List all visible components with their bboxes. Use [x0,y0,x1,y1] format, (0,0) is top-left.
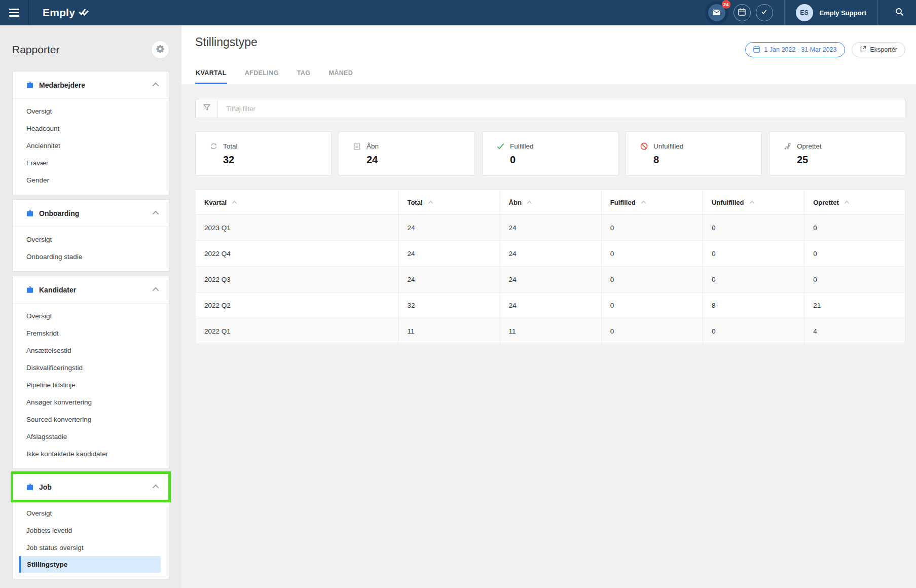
stat-label: Total [223,142,238,150]
tab-maaned[interactable]: MÅNED [328,64,353,84]
tab-afdeling[interactable]: AFDELING [244,64,279,84]
reports-sidebar: Rapporter Medarbejdere Oversigt Headcoun… [0,25,181,588]
logo-doublecheck-icon [79,7,89,19]
column-header-aabn[interactable]: Åbn [500,190,601,215]
stat-label: Fulfilled [510,142,534,150]
document-icon [353,142,361,150]
sidebar-item-oversigt-kandidater[interactable]: Oversigt [13,307,169,324]
app-logo[interactable]: Emply [43,7,89,19]
sidebar-item-ikke-kontaktede-kandidater[interactable]: Ikke kontaktede kandidater [13,445,169,462]
export-button[interactable]: Eksportér [852,42,906,57]
sidebar-item-jobbets-levetid[interactable]: Jobbets levetid [13,522,169,539]
cell-unfulfilled: 0 [703,318,804,344]
section-header-medarbejdere[interactable]: Medarbejdere [13,71,169,99]
sidebar-item-fravaer[interactable]: Fravær [13,154,169,171]
date-range-button[interactable]: 1 Jan 2022 - 31 Mar 2023 [745,42,845,57]
cell-fulfilled: 0 [601,292,703,318]
sidebar-item-pipeline-tidslinje[interactable]: Pipeline tidslinje [13,376,169,393]
gear-icon [156,45,164,55]
stat-card-aabn: Åbn 24 [339,131,475,176]
checkmark-icon [761,8,767,17]
section-header-job-annotated[interactable]: Job [13,473,169,501]
cell-oprettet: 21 [804,292,905,318]
sidebar-item-afslagsstadie[interactable]: Afslagsstadie [13,428,169,445]
check-icon [496,143,504,150]
section-label: Medarbejdere [39,81,154,89]
sidebar-item-headcount[interactable]: Headcount [13,120,169,137]
stat-value: 24 [367,154,474,166]
briefcase-icon [26,210,33,216]
stat-card-total: Total 32 [195,131,332,176]
sidebar-item-onboarding-stadie[interactable]: Onboarding stadie [13,248,169,265]
stat-value: 8 [653,154,761,166]
calendar-button[interactable] [734,4,751,21]
sort-chevron-icon [844,200,849,205]
briefcase-icon [26,82,33,88]
cell-total: 11 [398,318,500,344]
cell-fulfilled: 0 [601,318,703,344]
cell-kvartal: 2022 Q4 [196,241,398,267]
user-name: Emply Support [820,9,866,17]
cell-fulfilled: 0 [601,267,703,292]
sidebar-item-oversigt[interactable]: Oversigt [13,102,169,120]
sidebar-section-onboarding: Onboarding Oversigt Onboarding stadie [12,199,169,272]
table-row: 2022 Q3 24 24 0 0 0 [196,267,905,292]
app: Emply 24 ES Emply [0,0,916,588]
sidebar-item-oversigt-job[interactable]: Oversigt [13,504,169,522]
stat-label: Unfulfilled [653,142,683,150]
sort-chevron-icon [232,200,237,205]
column-header-unfulfilled[interactable]: Unfulfilled [703,190,804,215]
sidebar-item-job-status-oversigt[interactable]: Job status oversigt [13,539,169,556]
block-icon [640,142,648,150]
date-range-label: 1 Jan 2022 - 31 Mar 2023 [764,46,836,53]
sidebar-item-fremskridt[interactable]: Fremskridt [13,324,169,342]
avatar: ES [796,4,813,21]
cell-total: 32 [398,292,500,318]
sidebar-item-oversigt-onboarding[interactable]: Oversigt [13,231,169,248]
cell-kvartal: 2022 Q2 [196,292,398,318]
tasks-button[interactable] [756,4,773,21]
tab-kvartal[interactable]: KVARTAL [195,64,227,84]
column-header-kvartal[interactable]: Kvartal [196,190,398,215]
sidebar-settings-button[interactable] [151,41,169,59]
stat-card-fulfilled: Fulfilled 0 [482,131,618,176]
main-header: Stillingstype 1 Jan 2022 - 31 Mar 2023 E… [181,25,916,84]
cell-total: 24 [398,215,500,241]
briefcase-icon [26,286,33,293]
cell-aabn: 11 [500,318,601,344]
sidebar-item-sourced-konvertering[interactable]: Sourced konvertering [13,411,169,428]
sidebar-item-gender[interactable]: Gender [13,171,169,189]
column-header-total[interactable]: Total [398,190,500,215]
column-header-oprettet[interactable]: Oprettet [804,190,905,215]
mail-icon [713,8,720,17]
sort-chevron-icon [428,200,433,205]
filter-input[interactable] [218,99,905,118]
briefcase-icon [26,484,33,490]
cell-unfulfilled: 8 [703,292,804,318]
cell-unfulfilled: 0 [703,267,804,292]
table-row: 2022 Q4 24 24 0 0 0 [196,241,905,267]
notification-badge: 24 [722,0,730,9]
cell-kvartal: 2022 Q3 [196,267,398,292]
stat-value: 25 [797,154,905,166]
search-icon [895,8,904,18]
sidebar-item-ansaettelsestid[interactable]: Ansættelsestid [13,342,169,359]
cell-aabn: 24 [500,267,601,292]
sidebar-item-diskvalificeringstid[interactable]: Diskvalificeringstid [13,359,169,376]
hamburger-menu-icon[interactable] [0,0,29,25]
search-button[interactable] [889,3,909,23]
sidebar-item-anciennitet[interactable]: Anciennitet [13,137,169,154]
section-header-kandidater[interactable]: Kandidater [13,276,169,304]
sidebar-item-stillingstype[interactable]: Stillingstype [19,556,161,573]
cell-unfulfilled: 0 [703,241,804,267]
cell-kvartal: 2022 Q1 [196,318,398,344]
section-header-onboarding[interactable]: Onboarding [13,200,169,227]
messages-button[interactable]: 24 [705,1,728,24]
cell-oprettet: 0 [804,241,905,267]
tab-tag[interactable]: TAG [297,64,311,84]
column-header-fulfilled[interactable]: Fulfilled [601,190,703,215]
table-header-row: Kvartal Total Åbn Fulfilled Unfulfilled … [196,190,905,215]
user-menu[interactable]: ES Emply Support [796,4,866,21]
sidebar-item-ansoeger-konvertering[interactable]: Ansøger konvertering [13,393,169,411]
sidebar-section-medarbejdere: Medarbejdere Oversigt Headcount Ancienni… [12,71,169,195]
